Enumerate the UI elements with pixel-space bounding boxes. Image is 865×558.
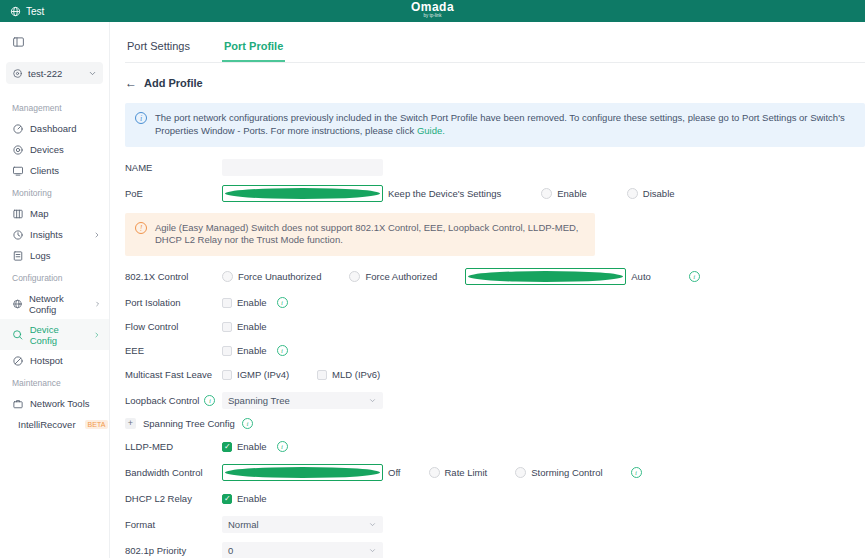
checkbox-icon[interactable]	[222, 370, 232, 380]
site-selector[interactable]: test-222	[6, 62, 103, 84]
format-select[interactable]: Normal	[222, 516, 383, 533]
multicast-fast-leave-row: Multicast Fast Leave IGMP (IPv4) MLD (IP…	[125, 368, 865, 381]
poe-option-keep[interactable]: Keep the Device's Settings	[222, 185, 501, 202]
radio-icon[interactable]	[349, 271, 360, 282]
name-label: NAME	[125, 162, 222, 173]
spanning-tree-config-row: + Spanning Tree Config i	[125, 418, 865, 429]
chevron-right-icon	[93, 231, 101, 239]
lldp-med-enable[interactable]: Enable	[222, 441, 267, 452]
info-icon[interactable]: i	[277, 441, 288, 452]
poe-label: PoE	[125, 188, 222, 199]
guide-link[interactable]: Guide.	[417, 125, 445, 136]
tab-port-profile[interactable]: Port Profile	[222, 36, 285, 62]
logs-icon	[12, 250, 24, 262]
sidebar-item-devices[interactable]: Devices	[0, 139, 109, 160]
map-icon	[12, 208, 24, 220]
sidebar-item-network-tools[interactable]: Network Tools	[0, 393, 109, 414]
site-menu[interactable]: Test	[10, 6, 44, 17]
info-icon: i	[135, 112, 147, 124]
sidebar-item-insights[interactable]: Insights	[0, 224, 109, 245]
radio-icon[interactable]	[541, 188, 552, 199]
checkbox-icon[interactable]	[222, 346, 232, 356]
sidebar-item-dashboard[interactable]: Dashboard	[0, 118, 109, 139]
info-icon[interactable]: i	[689, 271, 700, 282]
add-profile-form: NAME PoE Keep the Device's Settings Enab…	[125, 159, 865, 558]
loopback-control-select[interactable]: Spanning Tree	[222, 392, 383, 409]
bandwidth-control-label: Bandwidth Control	[125, 467, 222, 478]
info-banner: i The port network configurations previo…	[125, 103, 865, 147]
info-icon[interactable]: i	[277, 345, 288, 356]
multicast-igmp-checkbox[interactable]: IGMP (IPv4)	[222, 369, 289, 380]
checkbox-icon[interactable]	[222, 442, 232, 452]
checkbox-icon[interactable]	[317, 370, 327, 380]
dot1x-option-auto[interactable]: Auto	[465, 268, 651, 285]
port-isolation-row: Port Isolation Enable i	[125, 296, 865, 309]
radio-icon[interactable]	[222, 271, 233, 282]
device-config-icon	[12, 329, 24, 341]
devices-icon	[12, 144, 24, 156]
site-target-icon	[12, 68, 23, 79]
poe-option-enable[interactable]: Enable	[541, 188, 587, 199]
priority-label: 802.1p Priority	[125, 545, 222, 556]
chevron-down-icon	[368, 520, 377, 529]
tab-bar: Port Settings Port Profile	[125, 30, 865, 63]
sidebar-collapse-button[interactable]	[12, 34, 109, 52]
flow-control-enable[interactable]: Enable	[222, 321, 267, 332]
chevron-right-icon	[94, 300, 101, 308]
sidebar-item-logs[interactable]: Logs	[0, 245, 109, 266]
priority-select[interactable]: 0	[222, 542, 383, 558]
chevron-down-icon	[368, 546, 377, 555]
warning-icon: !	[135, 222, 147, 234]
checkbox-icon[interactable]	[222, 494, 232, 504]
name-row: NAME	[125, 159, 865, 176]
name-input[interactable]	[222, 159, 383, 176]
info-icon[interactable]: i	[204, 395, 215, 406]
bandwidth-option-rate-limit[interactable]: Rate Limit	[429, 467, 488, 478]
tab-port-settings[interactable]: Port Settings	[125, 36, 192, 62]
sidebar-item-clients[interactable]: Clients	[0, 160, 109, 181]
checkbox-icon[interactable]	[222, 322, 232, 332]
dhcp-l2-relay-enable[interactable]: Enable	[222, 493, 267, 504]
eee-enable[interactable]: Enable	[222, 345, 267, 356]
radio-icon[interactable]	[429, 467, 440, 478]
sidebar: test-222 Management Dashboard Devices Cl…	[0, 22, 110, 558]
dot1x-option-force-unauthorized[interactable]: Force Unauthorized	[222, 271, 321, 282]
info-icon[interactable]: i	[242, 418, 253, 429]
lldp-med-row: LLDP-MED Enable i	[125, 440, 865, 453]
sidebar-item-hotspot[interactable]: Hotspot	[0, 350, 109, 371]
sidebar-item-network-config[interactable]: Network Config	[0, 288, 109, 319]
flow-control-label: Flow Control	[125, 321, 222, 332]
radio-icon[interactable]	[222, 185, 383, 202]
info-icon[interactable]: i	[277, 297, 288, 308]
bandwidth-option-off[interactable]: Off	[222, 464, 401, 481]
port-isolation-enable[interactable]: Enable	[222, 297, 267, 308]
insights-icon	[12, 229, 24, 241]
info-icon[interactable]: i	[631, 467, 642, 478]
warning-banner: ! Agile (Easy Managed) Switch does not s…	[125, 213, 595, 257]
sidebar-item-device-config[interactable]: Device Config	[0, 319, 109, 350]
expand-icon[interactable]: +	[125, 418, 136, 429]
bandwidth-option-storming-control[interactable]: Storming Control	[515, 467, 602, 478]
radio-icon[interactable]	[222, 464, 383, 481]
poe-option-disable[interactable]: Disable	[627, 188, 675, 199]
toolbox-icon	[12, 398, 24, 410]
multicast-mld-checkbox[interactable]: MLD (IPv6)	[317, 369, 380, 380]
dot1x-option-force-authorized[interactable]: Force Authorized	[349, 271, 437, 282]
dhcp-l2-relay-row: DHCP L2 Relay Enable	[125, 492, 865, 505]
radio-icon[interactable]	[465, 268, 626, 285]
warning-banner-text: Agile (Easy Managed) Switch does not sup…	[155, 222, 585, 248]
sidebar-section-monitoring: Monitoring	[0, 181, 109, 203]
sidebar-item-intellirecover[interactable]: IntelliRecover BETA	[0, 414, 109, 435]
radio-icon[interactable]	[515, 467, 526, 478]
spanning-tree-config-label[interactable]: Spanning Tree Config	[143, 418, 235, 429]
checkbox-icon[interactable]	[222, 298, 232, 308]
network-config-icon	[12, 298, 23, 310]
back-arrow-icon[interactable]: ←	[125, 76, 137, 90]
sidebar-item-map[interactable]: Map	[0, 203, 109, 224]
hotspot-icon	[12, 355, 24, 367]
sidebar-section-configuration: Configuration	[0, 266, 109, 288]
loopback-control-row: Loopback Controli Spanning Tree	[125, 392, 865, 409]
priority-row: 802.1p Priority 0	[125, 542, 865, 558]
radio-icon[interactable]	[627, 188, 638, 199]
panel-collapse-icon	[12, 36, 25, 48]
